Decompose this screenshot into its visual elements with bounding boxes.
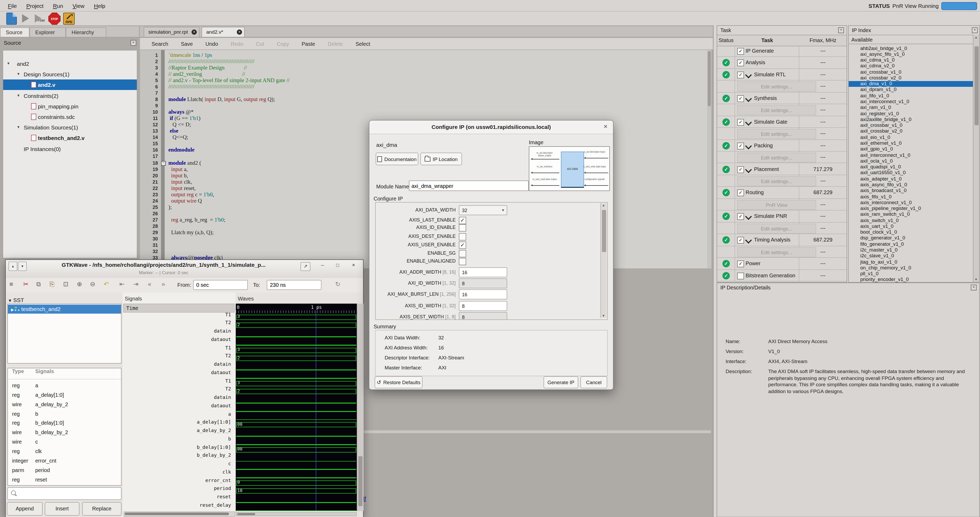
waves-horizontal-scrollbar[interactable] — [236, 512, 357, 516]
ip-item-axis_broadcast_v1_0[interactable]: axis_broadcast_v1_0 — [849, 188, 974, 194]
task-label[interactable]: Analysis — [746, 57, 765, 69]
task-label[interactable]: Placement — [754, 163, 779, 175]
ip-item-axis_switch_v1_0[interactable]: axis_switch_v1_0 — [849, 218, 974, 224]
task-label[interactable]: Simulate Gate — [754, 116, 788, 127]
field-select-axi_data_width[interactable]: 32 — [459, 205, 507, 215]
signal-row-datain[interactable]: datain — [123, 394, 231, 402]
task-checkbox[interactable]: ✓ — [737, 237, 744, 243]
signal-row-datain[interactable]: datain — [123, 327, 231, 336]
expand-icon[interactable]: ▶ — [8, 308, 14, 312]
signal-type-row[interactable]: integererror_cnt — [8, 456, 121, 466]
ip-item-axis_pipeline_register_v1_0[interactable]: axis_pipeline_register_v1_0 — [849, 206, 974, 212]
task-checkbox[interactable]: ✓ — [737, 72, 744, 78]
signal-row-dataout[interactable]: dataout — [123, 336, 231, 344]
signal-row-error-cnt[interactable]: error_cnt — [123, 476, 231, 485]
collapse-icon[interactable]: ▼ — [8, 298, 13, 303]
ip-item-axi_crossbar_v1_0[interactable]: axi_crossbar_v1_0 — [849, 69, 974, 75]
insert-button[interactable]: Insert — [45, 502, 80, 516]
task-label[interactable]: Timing Analysis — [754, 234, 790, 246]
ip-item-boot_clock_v1_0[interactable]: boot_clock_v1_0 — [849, 229, 974, 235]
ip-item-jtag_to_axi_v1_0[interactable]: jtag_to_axi_v1_0 — [849, 259, 974, 265]
scroll-down-icon[interactable]: ▼ — [974, 278, 978, 281]
ip-item-axi_dma_v1_0[interactable]: axi_dma_v1_0 — [849, 81, 974, 87]
ip-item-axi_dpram_v1_0[interactable]: axi_dpram_v1_0 — [849, 87, 974, 93]
menu-icon[interactable]: ≡ — [10, 280, 13, 288]
dialog-close-icon[interactable]: ✕ — [603, 124, 608, 129]
task-label[interactable]: Routing — [746, 187, 764, 199]
ip-item-axi_cdma_v1_0[interactable]: axi_cdma_v1_0 — [849, 57, 974, 64]
task-label[interactable]: Synthesis — [754, 92, 777, 104]
ip-item-axi_interconnect_v1_0[interactable]: axi_interconnect_v1_0 — [849, 99, 974, 105]
field-checkbox-axis_user_enable[interactable]: ✓ — [459, 242, 466, 249]
stop-icon[interactable]: STOP — [48, 13, 60, 25]
chevron-down-icon[interactable] — [745, 95, 752, 102]
editor-toolbar-paste[interactable]: Paste — [302, 41, 315, 46]
signal-row-b[interactable]: b — [123, 435, 231, 444]
task-checkbox[interactable]: ✓ — [737, 60, 744, 67]
ip-item-axis_async_fifo_v1_0[interactable]: axis_async_fifo_v1_0 — [849, 182, 974, 188]
ip-details-close-icon[interactable]: × — [971, 285, 977, 291]
ip-item-axil_uart16550_v1_0[interactable]: axil_uart16550_v1_0 — [849, 170, 974, 176]
menu-item-project[interactable]: Project — [22, 2, 48, 9]
task-label[interactable]: IP Generate — [746, 45, 774, 57]
chevron-down-icon[interactable] — [745, 142, 752, 149]
ip-item-axi_fifo_v1_0[interactable]: axi_fifo_v1_0 — [849, 93, 974, 99]
replace-button[interactable]: Replace — [82, 502, 121, 516]
menu-item-help[interactable]: Help — [89, 2, 110, 9]
ip-item-axis_interconnect_v1_0[interactable]: axis_interconnect_v1_0 — [849, 200, 974, 206]
fields-scrollbar[interactable]: ▲ ▼ — [600, 203, 607, 318]
task-panel-close-icon[interactable]: × — [838, 27, 844, 33]
editor-vertical-scrollbar[interactable] — [707, 50, 711, 268]
task-label[interactable]: Bitstream Generation — [746, 270, 795, 281]
scroll-up-icon[interactable]: ▲ — [974, 36, 978, 39]
detach-icon[interactable]: ↗ — [301, 262, 310, 271]
window-up-icon[interactable]: ▲ — [8, 261, 18, 271]
minimize-icon[interactable]: – — [321, 262, 324, 268]
from-input[interactable] — [193, 280, 248, 290]
signal-row-datain[interactable]: datain — [123, 360, 231, 369]
signal-row-reset[interactable]: reset — [123, 493, 231, 501]
generate-ip-button[interactable]: Generate IP — [544, 376, 578, 388]
chevron-down-icon[interactable] — [745, 72, 752, 78]
field-input-axis_id_width[interactable]: 8 — [459, 301, 507, 311]
ip-item-axis_adapter_v1_0[interactable]: axis_adapter_v1_0 — [849, 176, 974, 182]
chevron-down-icon[interactable] — [745, 213, 752, 220]
ip-item-axi_async_fifo_v1_0[interactable]: axi_async_fifo_v1_0 — [849, 52, 974, 57]
append-button[interactable]: Append — [7, 502, 43, 516]
ip-item-axis_ram_switch_v1_0[interactable]: axis_ram_switch_v1_0 — [849, 212, 974, 218]
waves-vertical-scrollbar[interactable] — [357, 304, 364, 511]
ip-item-i2c_master_v1_0[interactable]: i2c_master_v1_0 — [849, 247, 974, 253]
ip-item-on_chip_memory_v1_0[interactable]: on_chip_memory_v1_0 — [849, 265, 974, 271]
ip-item-axil_gpio_v1_0[interactable]: axil_gpio_v1_0 — [849, 146, 974, 153]
new-project-icon[interactable] — [6, 13, 17, 25]
menu-item-view[interactable]: View — [68, 2, 89, 9]
tab-source[interactable]: Source — [0, 27, 29, 37]
tab-hierarchy[interactable]: Hierarchy — [66, 27, 106, 37]
signal-type-row[interactable]: rega_delay[1:0] — [8, 390, 121, 400]
signal-row-T1[interactable]: T1 — [123, 344, 231, 352]
signal-row-a[interactable]: a — [123, 410, 231, 418]
task-checkbox[interactable]: ✓ — [737, 95, 744, 102]
ip-item-axil_quadspi_v1_0[interactable]: axil_quadspi_v1_0 — [849, 164, 974, 170]
signal-row-T2[interactable]: T2 — [123, 352, 231, 361]
field-input-axi_max_burst_len[interactable]: 16 — [459, 290, 507, 299]
ip-item-axil_crossbar_v1_0[interactable]: axil_crossbar_v1_0 — [849, 122, 974, 129]
to-input[interactable] — [267, 280, 321, 290]
signals-horizontal-scrollbar[interactable] — [124, 511, 235, 517]
ip-index-scrollbar[interactable]: ▲ ▼ — [973, 35, 979, 282]
signal-row-reset-delay[interactable]: reset_delay — [123, 501, 231, 510]
task-checkbox[interactable]: ✓ — [737, 119, 744, 126]
run-icon[interactable] — [22, 14, 29, 22]
signal-row-period[interactable]: period — [123, 485, 231, 493]
ip-item-axil_eio_v1_0[interactable]: axil_eio_v1_0 — [849, 134, 974, 140]
source-panel-close-icon[interactable]: × — [130, 40, 136, 46]
signal-row-T2[interactable]: T2 — [123, 385, 231, 394]
chevron-down-icon[interactable] — [745, 166, 752, 173]
editor-toolbar-save[interactable]: Save — [181, 41, 193, 46]
task-checkbox[interactable]: ✓ — [737, 190, 744, 197]
window-down-icon[interactable]: ▼ — [18, 261, 27, 271]
signal-row-T2[interactable]: T2 — [123, 319, 231, 328]
collapse-icon[interactable]: ▾ — [18, 69, 19, 80]
ip-item-axil_interconnect_v1_0[interactable]: axil_interconnect_v1_0 — [849, 152, 974, 158]
task-checkbox[interactable]: ✓ — [737, 166, 744, 173]
